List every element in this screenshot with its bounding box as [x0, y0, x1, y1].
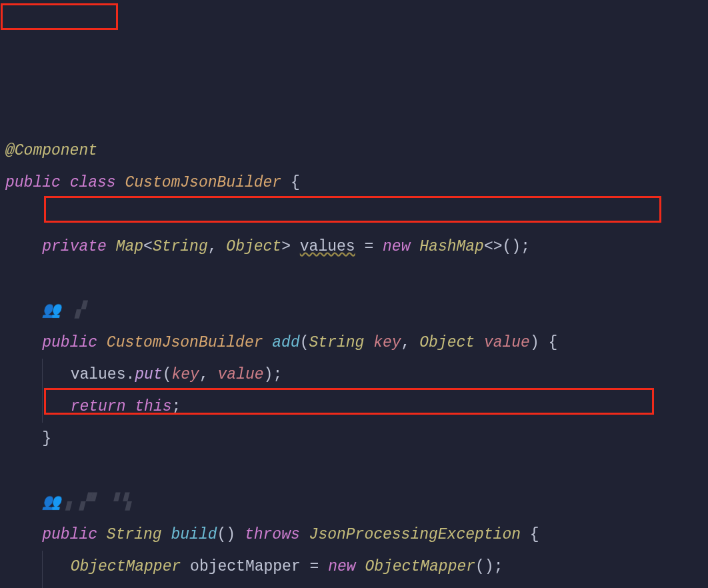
- code-line: public class CustomJsonBuilder {: [5, 167, 703, 199]
- code-line: @Component: [5, 135, 703, 167]
- indent-guide: [42, 583, 43, 588]
- parens: (): [503, 238, 521, 255]
- return-type: CustomJsonBuilder: [107, 334, 263, 351]
- keyword-class: class: [70, 174, 116, 191]
- var-objectmapper: objectMapper: [190, 558, 301, 575]
- keyword-throws: throws: [245, 526, 300, 543]
- method-build: build: [171, 526, 217, 543]
- code-line: ObjectMapper objectMapper = new ObjectMa…: [5, 551, 703, 583]
- paren-open: (: [300, 334, 309, 351]
- field-values: values: [71, 366, 126, 383]
- brace-close: }: [42, 430, 51, 447]
- semicolon: ;: [172, 398, 181, 415]
- angle-gt: >: [281, 238, 291, 255]
- arg-value: value: [218, 366, 264, 383]
- brace-open: {: [530, 526, 539, 543]
- code-line: values.put(key, value);: [5, 359, 703, 391]
- paren-open: (: [163, 366, 172, 383]
- code-line: return objectMapper.writeValueAsString(v…: [5, 583, 703, 588]
- param-type-object: Object: [419, 334, 475, 351]
- type-map: Map: [116, 238, 143, 255]
- parens: (): [217, 526, 236, 543]
- angle-lt: <: [143, 238, 153, 255]
- arg-key: key: [172, 366, 199, 383]
- inlay-hint: ▗ ▞▘ ▝▝▖: [61, 487, 135, 519]
- usages-icon: 👥: [42, 487, 61, 519]
- exception-type: JsonProcessingException: [309, 526, 521, 543]
- indent-guide: [42, 551, 43, 583]
- inlay-hint-line: 👥 ▗▘: [5, 295, 703, 327]
- code-line: [5, 199, 703, 231]
- annotation: @Component: [5, 142, 97, 159]
- brace-open: {: [291, 174, 300, 191]
- keyword-public: public: [42, 334, 97, 351]
- keyword-return: return: [71, 398, 126, 415]
- semicolon: ;: [273, 366, 282, 383]
- param-key: key: [373, 334, 401, 351]
- type-object: Object: [226, 238, 281, 255]
- parens: (): [475, 558, 494, 575]
- semicolon: ;: [494, 558, 503, 575]
- paren-close: ): [264, 366, 273, 383]
- inlay-hint: ▗▘: [61, 295, 89, 327]
- dot: .: [125, 366, 135, 383]
- field-values: values: [300, 238, 355, 255]
- keyword-public: public: [5, 174, 61, 191]
- comma: ,: [208, 238, 217, 255]
- code-line: private Map<String, Object> values = new…: [5, 231, 703, 263]
- return-type-string: String: [107, 526, 162, 543]
- type-objectmapper: ObjectMapper: [71, 558, 181, 575]
- equals: =: [310, 558, 319, 575]
- keyword-this: this: [135, 398, 171, 415]
- type-objectmapper: ObjectMapper: [365, 558, 475, 575]
- keyword-private: private: [42, 238, 107, 255]
- method-add: add: [272, 334, 299, 351]
- code-line: [5, 263, 703, 295]
- semicolon: ;: [521, 238, 530, 255]
- brace-open: {: [549, 334, 558, 351]
- class-name: CustomJsonBuilder: [125, 174, 281, 191]
- code-line: }: [5, 423, 703, 455]
- comma: ,: [401, 334, 411, 351]
- type-string: String: [153, 238, 208, 255]
- code-line: public String build() throws JsonProcess…: [5, 519, 703, 551]
- type-hashmap: HashMap: [419, 238, 484, 255]
- highlight-box-annotation: [1, 3, 118, 30]
- call-put: put: [135, 366, 162, 383]
- comma: ,: [199, 366, 209, 383]
- equals: =: [364, 238, 373, 255]
- inlay-hint-line: 👥▗ ▞▘ ▝▝▖: [5, 487, 703, 519]
- code-editor[interactable]: @Componentpublic class CustomJsonBuilder…: [5, 135, 703, 588]
- indent-guide: [42, 391, 43, 423]
- code-line: public CustomJsonBuilder add(String key,…: [5, 327, 703, 359]
- paren-close: ): [530, 334, 539, 351]
- indent-guide: [42, 359, 43, 391]
- code-line: [5, 455, 703, 487]
- keyword-new: new: [383, 238, 410, 255]
- param-type-string: String: [309, 334, 365, 351]
- diamond: <>: [484, 238, 503, 255]
- keyword-new: new: [328, 558, 355, 575]
- keyword-public: public: [42, 526, 97, 543]
- usages-icon: 👥: [42, 295, 61, 327]
- code-line: return this;: [5, 391, 703, 423]
- param-value: value: [484, 334, 530, 351]
